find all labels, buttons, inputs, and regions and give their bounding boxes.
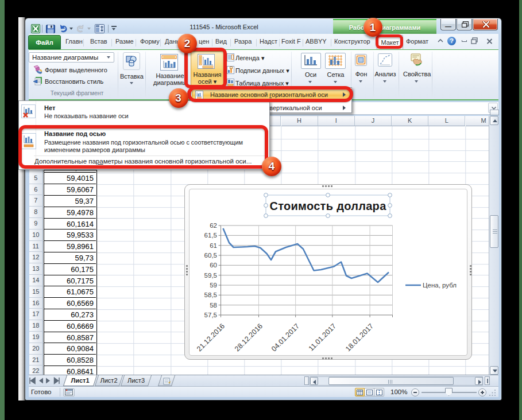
svg-text:28.12.2016: 28.12.2016 <box>233 322 264 353</box>
svg-text:61: 61 <box>210 242 217 249</box>
svg-text:59: 59 <box>210 282 217 289</box>
svg-text:60: 60 <box>210 262 217 269</box>
svg-text:61,5: 61,5 <box>204 232 217 239</box>
svg-text:59,5: 59,5 <box>204 272 217 279</box>
svg-text:60,5: 60,5 <box>204 252 217 259</box>
svg-text:58,5: 58,5 <box>204 291 217 298</box>
svg-text:18.01.2017: 18.01.2017 <box>344 322 375 353</box>
svg-text:11.01.2017: 11.01.2017 <box>307 322 338 353</box>
svg-text:Цена, рубл: Цена, рубл <box>423 282 457 289</box>
svg-text:04.01.2017: 04.01.2017 <box>270 322 301 353</box>
svg-text:57,5: 57,5 <box>204 312 217 318</box>
svg-text:62: 62 <box>210 222 217 229</box>
svg-text:58: 58 <box>210 302 217 309</box>
svg-text:21.12.2016: 21.12.2016 <box>195 322 226 353</box>
svg-text:Стоимость доллара: Стоимость доллара <box>269 200 386 212</box>
